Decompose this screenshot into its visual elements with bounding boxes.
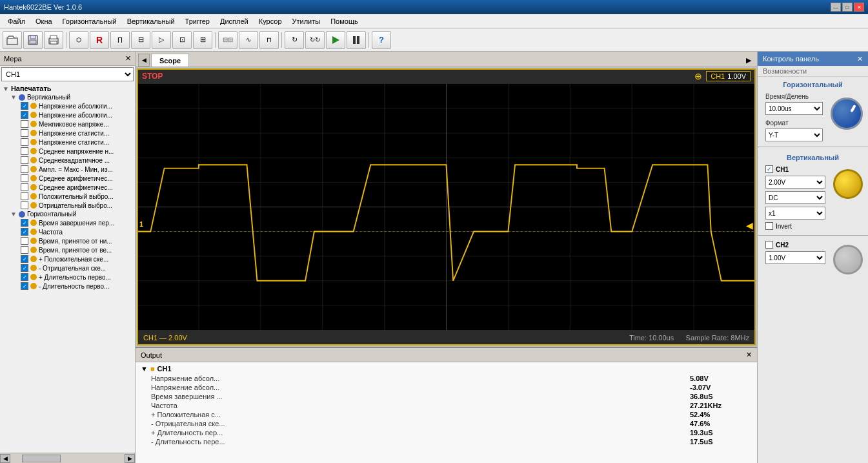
output-close[interactable]: ✕ — [746, 351, 752, 359]
tree-item-v6-checkbox[interactable] — [21, 147, 28, 155]
toolbar-ch2[interactable]: ⊟ — [131, 31, 150, 49]
tree-item-v11-checkbox[interactable] — [21, 192, 28, 200]
tree-item-v10-checkbox[interactable] — [21, 183, 28, 191]
tree-item-h8[interactable]: ✓ - Длительность перво... — [1, 282, 134, 291]
tree-item-v7[interactable]: Среднеквадратичное ... — [1, 156, 134, 165]
toolbar-open[interactable] — [3, 31, 22, 49]
ch2-knob-container[interactable] — [831, 240, 865, 277]
tree-item-h6[interactable]: ✓ - Отрицательная ске... — [1, 263, 134, 273]
tree-item-v9-checkbox[interactable] — [21, 174, 28, 182]
toolbar-square[interactable]: ⊓ — [259, 31, 279, 49]
tree-item-v6[interactable]: Среднее напряжение н... — [1, 147, 134, 156]
tree-item-v5[interactable]: Напряжение статисти... — [1, 138, 134, 147]
ch2-voltage-select[interactable]: 1.00V 500mV 2.00V 5.00V — [765, 251, 825, 264]
tab-scope[interactable]: Scope — [151, 54, 189, 67]
tree-item-v11[interactable]: Положительный выбро... — [1, 192, 134, 201]
channel-select[interactable]: CH1 CH2 — [1, 67, 134, 81]
tree-root[interactable]: ▼ Напечатать — [1, 84, 134, 93]
toolbar-measure[interactable]: ⬡ — [69, 31, 88, 49]
time-div-select[interactable]: 10.00us 1us 2us 5us 20us 50us — [765, 102, 823, 115]
tree-item-h4[interactable]: Время, принятое от ве... — [1, 245, 134, 254]
tree-item-v3-checkbox[interactable] — [21, 120, 28, 128]
close-button[interactable]: ✕ — [854, 3, 864, 12]
tree-item-h2[interactable]: ✓ Частота — [1, 227, 134, 236]
toolbar-cursor1[interactable]: ⊟⊟ — [218, 31, 237, 49]
tree-item-h8-checkbox[interactable]: ✓ — [21, 282, 28, 290]
tab-nav-right[interactable]: ▶ — [743, 54, 754, 67]
tree-item-h2-checkbox[interactable]: ✓ — [21, 228, 28, 236]
toolbar-pause[interactable] — [347, 31, 366, 49]
tree-item-h5-checkbox[interactable]: ✓ — [21, 255, 28, 263]
scroll-right[interactable]: ▶ — [125, 454, 135, 463]
ch1-checkbox-row[interactable]: CH1 — [760, 164, 831, 174]
horizontal-knob-container[interactable] — [828, 92, 865, 132]
right-panel-close[interactable]: ✕ — [857, 55, 863, 63]
tree-item-v8-checkbox[interactable] — [21, 165, 28, 173]
tree-root-expand[interactable]: ▼ — [3, 85, 9, 92]
output-ch1-header[interactable]: ▼ ■ CH1 — [141, 364, 752, 374]
minimize-button[interactable]: — — [831, 3, 841, 12]
tree-item-v1[interactable]: ✓ Напряжение абсолюти... — [1, 101, 134, 110]
ch2-checkbox[interactable] — [765, 241, 773, 249]
tree-item-v1-checkbox[interactable]: ✓ — [21, 102, 28, 110]
horizontal-knob[interactable] — [831, 98, 863, 130]
toolbar-math[interactable]: ▷ — [152, 31, 171, 49]
left-scrollbar[interactable]: ◀ ▶ — [0, 453, 135, 463]
tree-item-v2-checkbox[interactable]: ✓ — [21, 111, 28, 119]
scroll-thumb[interactable] — [22, 455, 61, 462]
scroll-left[interactable]: ◀ — [0, 454, 10, 463]
tree-item-v2[interactable]: ✓ Напряжение абсолюти... — [1, 110, 134, 119]
tree-item-h6-checkbox[interactable]: ✓ — [21, 264, 28, 272]
tree-item-v9[interactable]: Среднее арифметичес... — [1, 174, 134, 183]
tree-item-v12-checkbox[interactable] — [21, 201, 28, 209]
left-panel-close[interactable]: ✕ — [125, 54, 131, 63]
ch1-knob-container[interactable] — [831, 164, 865, 201]
tree-item-v4[interactable]: Напряжение статисти... — [1, 129, 134, 138]
ch1-coupling-select[interactable]: DC AC GND — [765, 191, 825, 204]
tree-vertical-header[interactable]: ▼ Вертикальный — [1, 93, 134, 101]
tab-nav-left[interactable]: ◀ — [138, 54, 150, 67]
tree-horizontal-expand[interactable]: ▼ — [10, 211, 17, 218]
ch1-checkbox[interactable] — [765, 165, 773, 173]
tree-item-v4-checkbox[interactable] — [21, 129, 28, 137]
ch1-voltage-select[interactable]: 2.00V 500mV 1.00V 5.00V — [765, 176, 825, 189]
toolbar-sin[interactable]: ∿ — [239, 31, 258, 49]
toolbar-help[interactable]: ? — [372, 31, 391, 49]
toolbar-run2[interactable]: ↻↻ — [305, 31, 325, 49]
tree-item-h7[interactable]: ✓ + Длительность перво... — [1, 273, 134, 282]
menu-file[interactable]: Файл — [3, 16, 30, 26]
invert-row[interactable]: Invert — [760, 221, 831, 231]
invert-checkbox[interactable] — [765, 222, 773, 230]
toolbar-ch1[interactable]: П — [110, 31, 130, 49]
ch1-probe-select[interactable]: x1 x10 x100 — [765, 207, 825, 220]
format-select[interactable]: Y-T X-Y — [765, 129, 823, 141]
toolbar-print[interactable] — [44, 31, 63, 49]
toolbar-ref[interactable]: R — [90, 31, 109, 49]
ch2-knob[interactable] — [833, 245, 863, 274]
tree-item-v5-checkbox[interactable] — [21, 138, 28, 146]
tree-item-h1[interactable]: ✓ Время завершения пер... — [1, 218, 134, 227]
ch1-knob[interactable] — [833, 169, 863, 199]
tree-item-h7-checkbox[interactable]: ✓ — [21, 273, 28, 281]
menu-help[interactable]: Помощь — [325, 16, 363, 26]
toolbar-decode[interactable]: ⊡ — [172, 31, 192, 49]
tree-item-h5[interactable]: ✓ + Положительная ске... — [1, 254, 134, 263]
ch2-checkbox-row[interactable]: CH2 — [760, 240, 831, 250]
tree-item-h4-checkbox[interactable] — [21, 246, 28, 254]
tree-item-v3[interactable]: Межпиковое напряже... — [1, 119, 134, 129]
menu-trigger[interactable]: Триггер — [180, 16, 215, 26]
tree-item-h3-checkbox[interactable] — [21, 237, 28, 245]
menu-cursor[interactable]: Курсор — [254, 16, 287, 26]
tree-item-v10[interactable]: Среднее арифметичес... — [1, 183, 134, 192]
toolbar-run1[interactable]: ↻ — [285, 31, 304, 49]
titlebar-controls[interactable]: — □ ✕ — [831, 3, 864, 12]
tree-item-v8[interactable]: Ампл. = Макс - Мин, из... — [1, 165, 134, 174]
menu-horizontal[interactable]: Горизонтальный — [57, 16, 122, 26]
menu-windows[interactable]: Окна — [30, 16, 57, 26]
tree-horizontal-header[interactable]: ▼ Горизонтальный — [1, 210, 134, 218]
menu-vertical[interactable]: Вертикальный — [122, 16, 180, 26]
tree-item-v7-checkbox[interactable] — [21, 156, 28, 164]
menu-display[interactable]: Дисплей — [215, 16, 254, 26]
toolbar-play[interactable] — [326, 31, 345, 49]
tree-item-h1-checkbox[interactable]: ✓ — [21, 219, 28, 227]
